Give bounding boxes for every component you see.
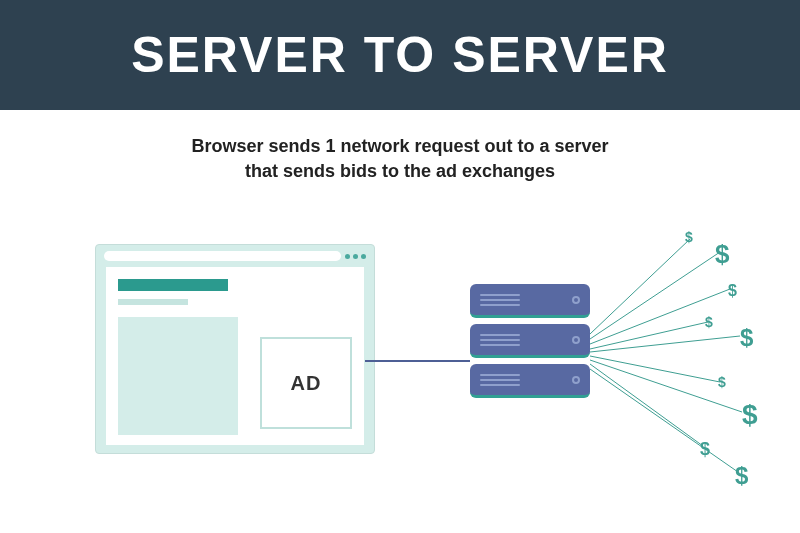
- server-unit-icon: [470, 324, 590, 358]
- connector-line-icon: [365, 360, 470, 362]
- ad-label: AD: [291, 372, 322, 395]
- subtitle-line2: that sends bids to the ad exchanges: [245, 161, 555, 181]
- dollar-sign-icon: $: [700, 439, 710, 460]
- svg-line-8: [590, 369, 738, 472]
- server-unit-icon: [470, 284, 590, 318]
- page-content-block-icon: [118, 317, 238, 435]
- svg-line-7: [590, 364, 703, 446]
- svg-line-1: [590, 252, 720, 339]
- dollar-sign-icon: $: [685, 229, 693, 245]
- dollar-sign-icon: $: [740, 324, 753, 352]
- bid-rays-icon: [590, 224, 790, 484]
- svg-line-3: [590, 322, 708, 349]
- browser-window: AD: [95, 244, 375, 454]
- browser-viewport: AD: [106, 267, 364, 445]
- server-led-icon: [572, 376, 580, 384]
- server-unit-icon: [470, 364, 590, 398]
- server-led-icon: [572, 336, 580, 344]
- server-led-icon: [572, 296, 580, 304]
- browser-chrome: [96, 245, 374, 267]
- ad-slot: AD: [260, 337, 352, 429]
- header-banner: SERVER TO SERVER: [0, 0, 800, 110]
- dollar-sign-icon: $: [705, 314, 713, 330]
- subtitle: Browser sends 1 network request out to a…: [0, 134, 800, 184]
- address-bar-icon: [104, 251, 341, 261]
- server-stack-icon: [470, 284, 590, 398]
- dollar-sign-icon: $: [735, 462, 748, 490]
- dollar-sign-icon: $: [728, 282, 737, 300]
- dollar-sign-icon: $: [742, 399, 758, 431]
- svg-line-0: [590, 239, 690, 334]
- dollar-sign-icon: $: [718, 374, 726, 390]
- window-controls-icon: [345, 254, 366, 259]
- diagram-area: AD $$$$$$$$$: [0, 224, 800, 524]
- page-heading-icon: [118, 279, 228, 291]
- page-title: SERVER TO SERVER: [131, 26, 669, 84]
- subtitle-line1: Browser sends 1 network request out to a…: [191, 136, 608, 156]
- page-subheading-icon: [118, 299, 188, 305]
- dollar-sign-icon: $: [715, 239, 729, 270]
